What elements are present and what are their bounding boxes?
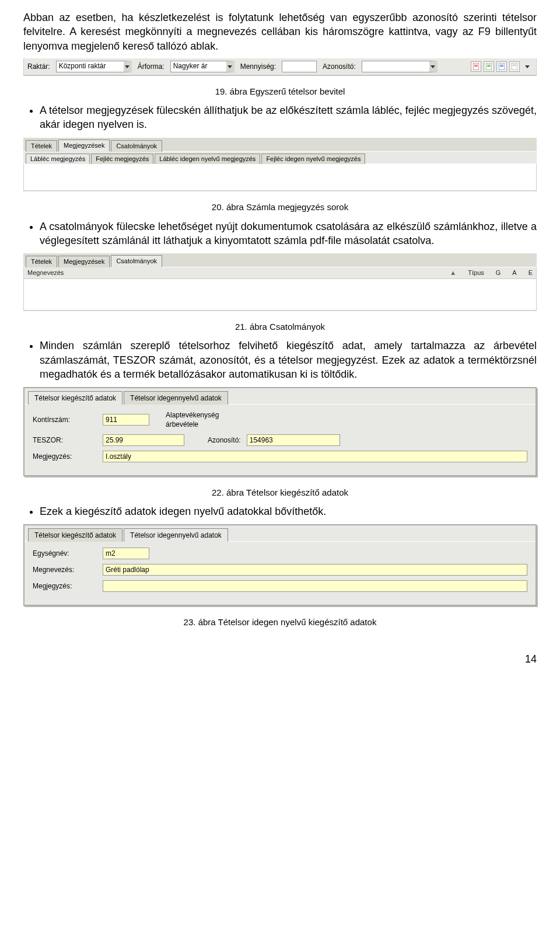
bullet-item: Ezek a kiegészítő adatok idegen nyelvű a…	[40, 504, 537, 518]
tabstrip: Tételsor kiegészítő adatok Tételsor ideg…	[24, 525, 536, 542]
tabstrip-main: Tételek Megjegyzések Csatolmányok	[23, 253, 537, 267]
attachments-header: Megnevezés ▲ Típus G A E	[23, 267, 537, 279]
figure-22-caption: 22. ábra Tételsor kiegészítő adatok	[23, 487, 537, 499]
figure-23: Tételsor kiegészítő adatok Tételsor ideg…	[23, 524, 537, 606]
doc-icon[interactable]	[496, 61, 507, 72]
toolbar: Raktár: Központi raktár Árforma: Nagyker…	[23, 58, 537, 75]
megjegyzes-input[interactable]	[103, 580, 527, 592]
subtab[interactable]: Lábléc idegen nyelvű megjegyzés	[155, 154, 260, 165]
doc-icon[interactable]	[484, 61, 494, 72]
svg-rect-4	[487, 65, 491, 65]
svg-rect-10	[513, 65, 516, 65]
svg-rect-7	[500, 65, 503, 65]
raktar-label: Raktár:	[27, 62, 50, 71]
tab-csatolmanyok[interactable]: Csatolmányok	[111, 140, 162, 152]
svg-rect-1	[474, 65, 478, 65]
scroll-up-icon[interactable]: ▲	[450, 269, 456, 277]
tab-tetelek[interactable]: Tételek	[26, 256, 57, 267]
megnevezes-input[interactable]	[103, 564, 527, 576]
intro-paragraph: Abban az esetben, ha készletkezelést is …	[23, 11, 537, 53]
tabstrip-sub: Lábléc megjegyzés Fejléc megjegyzés Lábl…	[23, 152, 537, 165]
svg-rect-8	[500, 66, 503, 67]
figure-20: Tételek Megjegyzések Csatolmányok Lábléc…	[23, 138, 537, 191]
megjegyzes-label: Megjegyzés:	[33, 581, 97, 591]
teszor-label: TESZOR:	[33, 435, 97, 445]
col-g: G	[496, 269, 501, 277]
teszor-input[interactable]	[103, 434, 184, 446]
arforma-label: Árforma:	[138, 62, 164, 71]
tab-megjegyzesek[interactable]: Megjegyzések	[58, 256, 110, 267]
mennyiseg-input[interactable]	[282, 61, 317, 72]
megjegyzes-label: Megjegyzés:	[33, 452, 97, 461]
doc-icon[interactable]	[471, 61, 481, 72]
azonosito-label: Azonosító:	[190, 435, 241, 445]
bullet-item: Minden számlán szereplő tételsorhoz felv…	[40, 339, 537, 381]
toolbar-icons	[471, 61, 533, 72]
col-a: A	[512, 269, 516, 277]
azonosito-label: Azonosító:	[323, 62, 356, 71]
figure-19-caption: 19. ábra Egyszerű tételsor bevitel	[23, 86, 537, 97]
mennyiseg-label: Mennyiség:	[240, 62, 276, 71]
figure-20-caption: 20. ábra Számla megjegyzés sorok	[23, 201, 537, 213]
col-tipus: Típus	[468, 269, 484, 277]
page-number: 14	[23, 652, 537, 666]
subtab[interactable]: Lábléc megjegyzés	[26, 154, 90, 165]
tab-idegennyelvu[interactable]: Tételsor idegennyelvű adatok	[124, 391, 228, 405]
subtab[interactable]: Fejléc megjegyzés	[91, 154, 153, 165]
panel-body[interactable]	[23, 164, 537, 191]
figure-21-caption: 21. ábra Csatolmányok	[23, 321, 537, 333]
tab-idegennyelvu[interactable]: Tételsor idegennyelvű adatok	[124, 528, 228, 542]
doc-icon[interactable]	[509, 61, 520, 72]
kontirszam-label: Kontírszám:	[33, 415, 97, 424]
svg-rect-5	[487, 66, 491, 67]
svg-rect-9	[512, 63, 517, 70]
azonosito-dropdown[interactable]	[362, 61, 438, 72]
attachments-list[interactable]	[23, 279, 537, 311]
figure-19: Raktár: Központi raktár Árforma: Nagyker…	[23, 58, 537, 75]
arforma-dropdown[interactable]: Nagyker ár	[170, 61, 235, 72]
svg-rect-2	[474, 66, 478, 67]
egysegnev-label: Egységnév:	[33, 549, 97, 558]
tabstrip-main: Tételek Megjegyzések Csatolmányok	[23, 138, 537, 152]
figure-21: Tételek Megjegyzések Csatolmányok Megnev…	[23, 253, 537, 311]
dropdown-arrow-icon[interactable]	[522, 61, 533, 72]
kontirszam-desc: Alaptevékenység árbevétele	[155, 410, 249, 429]
form-body: Egységnév: Megnevezés: Megjegyzés:	[24, 542, 536, 605]
tab-tetelek[interactable]: Tételek	[26, 140, 57, 152]
bullet-item: A csatolmányok fülecske lehetőséget nyúj…	[40, 219, 537, 248]
svg-marker-11	[525, 65, 530, 68]
col-megnevezes: Megnevezés	[27, 269, 64, 277]
form-body: Kontírszám: Alaptevékenység árbevétele T…	[24, 405, 536, 475]
col-e: E	[528, 269, 533, 277]
raktar-dropdown[interactable]: Központi raktár	[56, 61, 132, 72]
tab-megjegyzesek[interactable]: Megjegyzések	[58, 140, 110, 152]
azonosito-input[interactable]	[247, 434, 340, 446]
tab-kiegeszito[interactable]: Tételsor kiegészítő adatok	[28, 528, 123, 542]
kontirszam-input[interactable]	[103, 414, 149, 426]
bullet-item: A tételsor megjegyzések fülecskén állíth…	[40, 103, 537, 132]
megnevezes-label: Megnevezés:	[33, 565, 97, 574]
egysegnev-input[interactable]	[103, 548, 149, 559]
tab-kiegeszito[interactable]: Tételsor kiegészítő adatok	[28, 391, 123, 405]
figure-23-caption: 23. ábra Tételsor idegen nyelvű kiegészí…	[23, 616, 537, 628]
megjegyzes-input[interactable]	[103, 451, 527, 462]
tabstrip: Tételsor kiegészítő adatok Tételsor ideg…	[24, 388, 536, 405]
subtab[interactable]: Fejléc idegen nyelvű megjegyzés	[261, 154, 365, 165]
tab-csatolmanyok[interactable]: Csatolmányok	[111, 255, 162, 267]
figure-22: Tételsor kiegészítő adatok Tételsor ideg…	[23, 387, 537, 476]
